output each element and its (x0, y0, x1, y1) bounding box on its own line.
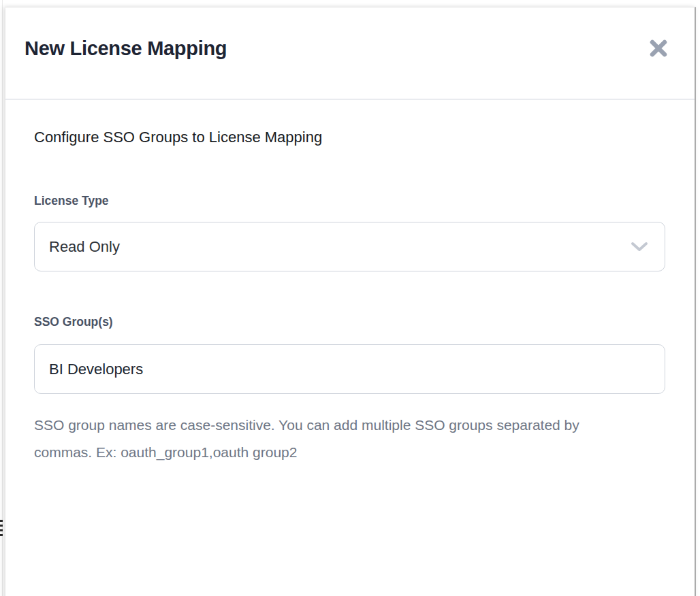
background-edge-line (2, 0, 3, 596)
close-button[interactable] (648, 37, 669, 59)
modal-header: New License Mapping (5, 7, 695, 100)
chevron-down-icon (631, 242, 648, 252)
modal-body: Configure SSO Groups to License Mapping … (5, 100, 695, 466)
sso-groups-input[interactable] (34, 344, 665, 394)
clipped-menu-icon (0, 520, 3, 536)
license-type-select[interactable]: Read Only (34, 222, 665, 271)
license-type-selected-value: Read Only (49, 238, 120, 256)
sso-groups-label: SSO Group(s) (34, 316, 664, 329)
modal-subtitle: Configure SSO Groups to License Mapping (34, 127, 664, 148)
sso-groups-help-text: SSO group names are case-sensitive. You … (34, 412, 606, 466)
license-type-label: License Type (34, 195, 664, 207)
modal-title: New License Mapping (25, 37, 227, 60)
new-license-mapping-modal: New License Mapping Configure SSO Groups… (5, 7, 696, 596)
close-icon (648, 38, 669, 59)
